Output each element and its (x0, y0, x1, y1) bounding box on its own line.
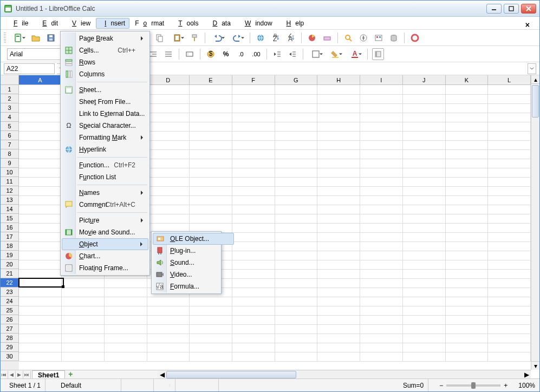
cell[interactable] (275, 223, 317, 232)
cell[interactable] (275, 140, 317, 149)
cell[interactable] (445, 85, 488, 94)
cell[interactable] (488, 94, 531, 103)
cell[interactable] (147, 334, 190, 343)
cell[interactable] (275, 103, 317, 113)
cell[interactable] (360, 94, 403, 103)
cell[interactable] (445, 288, 488, 297)
menu-view[interactable]: View (63, 18, 95, 29)
cell[interactable] (317, 186, 360, 195)
cell[interactable] (190, 159, 232, 168)
cell[interactable] (445, 343, 488, 352)
cell[interactable] (147, 297, 190, 306)
cell[interactable] (445, 94, 488, 103)
cell[interactable] (402, 177, 445, 186)
navigator-button[interactable] (357, 32, 369, 44)
cell[interactable] (317, 149, 360, 159)
cell[interactable] (19, 306, 62, 315)
column-header-F[interactable]: F (232, 75, 275, 84)
cell[interactable] (488, 352, 531, 361)
cell[interactable] (317, 232, 360, 241)
cell[interactable] (488, 288, 531, 297)
sheet-tab-1[interactable]: Sheet1 (32, 370, 65, 379)
cell[interactable] (402, 149, 445, 159)
cell[interactable] (232, 306, 275, 315)
cell[interactable] (19, 186, 62, 195)
menu-item-sound[interactable]: Sound... (153, 257, 234, 269)
cell[interactable] (360, 186, 403, 195)
cell[interactable] (445, 214, 488, 223)
cell[interactable] (360, 149, 403, 159)
cell[interactable] (488, 297, 531, 306)
cell[interactable] (360, 232, 403, 241)
cell[interactable] (488, 103, 531, 113)
cell[interactable] (445, 352, 488, 361)
cell[interactable] (147, 149, 190, 159)
cell[interactable] (445, 103, 488, 113)
cell[interactable] (360, 297, 403, 306)
cell[interactable] (488, 278, 531, 288)
cell[interactable] (19, 205, 62, 214)
menu-item-sheet-from-file[interactable]: Sheet From File... (62, 96, 148, 108)
cell[interactable] (445, 315, 488, 324)
cell[interactable] (190, 343, 232, 352)
cell[interactable] (402, 288, 445, 297)
cell[interactable] (19, 177, 62, 186)
cell[interactable] (62, 315, 105, 324)
cell[interactable] (317, 195, 360, 205)
menu-item-special-character[interactable]: ΩSpecial Character... (62, 120, 148, 132)
row-header-21[interactable]: 21 (1, 269, 19, 278)
column-header-H[interactable]: H (317, 75, 360, 84)
cell[interactable] (190, 140, 232, 149)
cell[interactable] (147, 85, 190, 94)
cell[interactable] (62, 334, 105, 343)
column-header-I[interactable]: I (360, 75, 403, 84)
cell[interactable] (317, 324, 360, 334)
cell[interactable] (232, 149, 275, 159)
menu-item-names[interactable]: Names (62, 187, 148, 199)
decrease-indent-button[interactable] (271, 48, 283, 60)
cell[interactable] (232, 288, 275, 297)
cell[interactable] (147, 205, 190, 214)
cell[interactable] (275, 177, 317, 186)
format-paintbrush-button[interactable] (188, 32, 200, 44)
cell[interactable] (360, 85, 403, 94)
show-draw-functions-button[interactable] (321, 32, 333, 44)
cell[interactable] (104, 324, 147, 334)
cell[interactable] (488, 343, 531, 352)
row-header-30[interactable]: 30 (1, 352, 19, 361)
cell[interactable] (445, 195, 488, 205)
cell[interactable] (275, 241, 317, 251)
cell[interactable] (275, 186, 317, 195)
cell[interactable] (445, 113, 488, 122)
cell[interactable] (232, 140, 275, 149)
cell[interactable] (360, 251, 403, 260)
cell[interactable] (317, 315, 360, 324)
cell[interactable] (402, 94, 445, 103)
cell[interactable] (62, 306, 105, 315)
cell[interactable] (360, 324, 403, 334)
cell[interactable] (275, 149, 317, 159)
cell[interactable] (360, 131, 403, 140)
add-sheet-button[interactable]: + (66, 371, 75, 378)
cell[interactable] (232, 232, 275, 241)
column-header-K[interactable]: K (446, 75, 489, 84)
cell[interactable] (360, 334, 403, 343)
cell[interactable] (190, 352, 232, 361)
cell[interactable] (147, 352, 190, 361)
cell[interactable] (147, 140, 190, 149)
cell[interactable] (360, 260, 403, 269)
cell[interactable] (402, 251, 445, 260)
cell[interactable] (19, 315, 62, 324)
cell[interactable] (190, 94, 232, 103)
cell[interactable] (19, 278, 62, 288)
cell[interactable] (402, 315, 445, 324)
cell[interactable] (360, 223, 403, 232)
cell[interactable] (104, 288, 147, 297)
menu-item-hyperlink[interactable]: Hyperlink (62, 143, 148, 155)
cell[interactable] (232, 85, 275, 94)
cell[interactable] (488, 140, 531, 149)
cell[interactable] (317, 113, 360, 122)
menu-insert[interactable]: Insert (96, 18, 129, 29)
cell[interactable] (19, 269, 62, 278)
cell[interactable] (488, 195, 531, 205)
